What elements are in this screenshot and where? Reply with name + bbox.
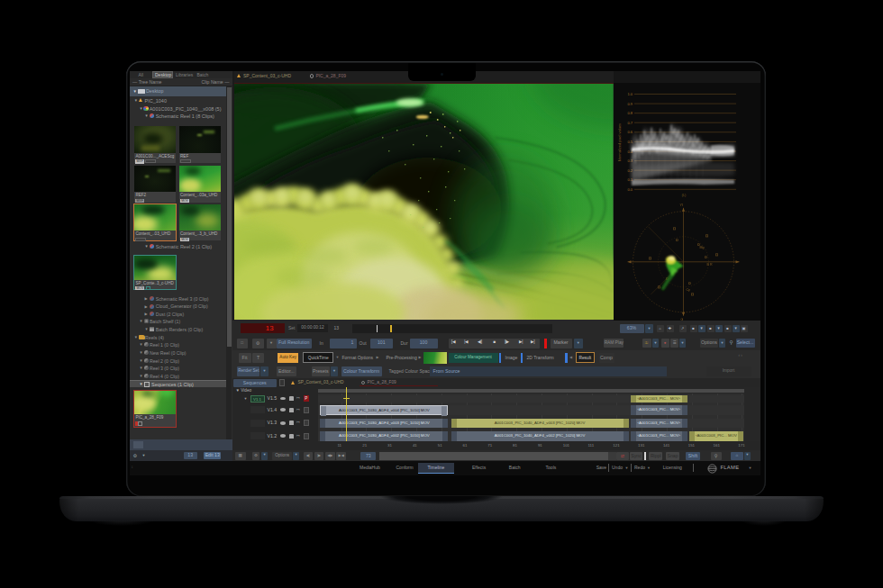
- svg-text:(L): (L): [681, 194, 685, 197]
- svg-text:Normalized pixel values: Normalized pixel values: [617, 123, 622, 161]
- svg-text:1.0: 1.0: [627, 92, 633, 96]
- svg-text:Cy: Cy: [686, 288, 690, 292]
- svg-text:0.9: 0.9: [627, 102, 633, 106]
- svg-text:YI: YI: [679, 204, 682, 207]
- svg-text:0.0: 0.0: [627, 187, 633, 192]
- svg-text:0.6: 0.6: [627, 130, 633, 134]
- svg-text:0.7: 0.7: [627, 121, 633, 125]
- svg-text:B R: B R: [706, 263, 712, 267]
- svg-text:0.8: 0.8: [627, 111, 633, 115]
- svg-text:Mg: Mg: [699, 246, 704, 249]
